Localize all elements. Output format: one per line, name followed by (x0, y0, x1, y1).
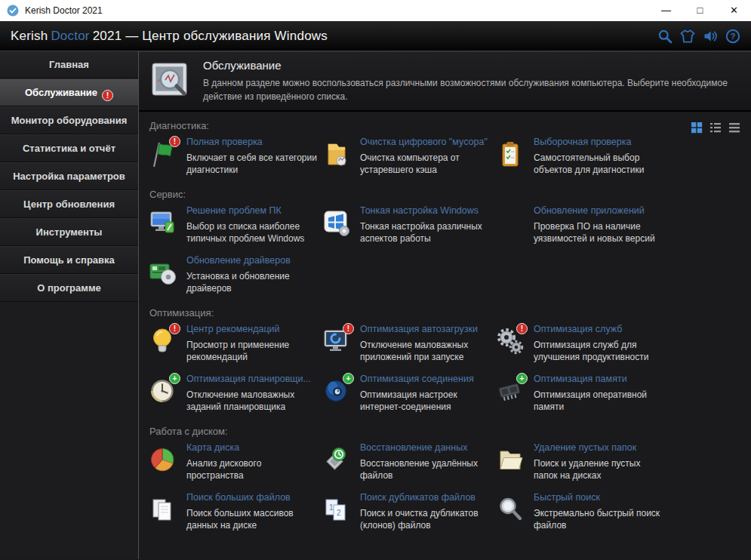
sidebar-item[interactable]: Настройка параметров (0, 162, 138, 190)
none (495, 208, 525, 238)
service-item-description: Просмотр и применение рекомендаций (186, 339, 319, 363)
service-item-text: Восстановление данныхВосстановление удал… (360, 442, 492, 488)
details-view-button[interactable] (728, 122, 740, 134)
service-item-description: Очистка компьютера от устаревшего кэша (360, 152, 492, 176)
service-item[interactable]: +Оптимизация соединенияОптимизация настр… (322, 374, 495, 419)
service-item-link[interactable]: Решение проблем ПК (186, 205, 319, 217)
alert-badge: ! (516, 323, 528, 334)
close-button[interactable]: ✕ (717, 0, 751, 21)
service-item-link[interactable]: Оптимизация памяти (534, 374, 666, 386)
sidebar-item-label: Помощь и справка (23, 254, 115, 266)
sidebar-item[interactable]: Обслуживание! (0, 78, 138, 106)
service-item[interactable]: 12Поиск дубликатов файловПоиск и очистка… (322, 492, 495, 537)
help-icon[interactable]: ? (725, 29, 740, 44)
service-item[interactable]: !Центр рекомендацийПросмотр и применение… (148, 324, 322, 369)
service-item[interactable]: Удаление пустых папокПоиск и удаление пу… (495, 442, 669, 488)
svg-text:?: ? (731, 32, 736, 41)
sidebar-item[interactable]: Главная (0, 51, 138, 78)
service-item[interactable]: Обновление драйверовУстановка и обновлен… (148, 255, 322, 300)
service-item-link[interactable]: Поиск больших файлов (186, 492, 319, 504)
sound-icon[interactable] (703, 29, 718, 44)
service-item[interactable]: Тонкая настройка WindowsТонкая настройка… (322, 205, 495, 251)
service-item-link[interactable]: Быстрый поиск (534, 492, 666, 504)
page-header-text: Обслуживание В данном разделе можно восп… (203, 59, 739, 103)
service-item-text: Поиск дубликатов файловПоиск и очистка д… (360, 492, 492, 537)
service-item[interactable]: Восстановление данныхВосстановление удал… (322, 442, 495, 488)
service-item-link[interactable]: Удаление пустых папок (534, 442, 666, 454)
service-item[interactable]: !Оптимизация автозагрузкиОтключение мало… (322, 324, 495, 369)
duplicates-icon: 12 (322, 494, 352, 525)
section-label: Работа с диском: (149, 426, 742, 437)
sidebar-item[interactable]: Инструменты (0, 218, 138, 246)
service-item-description: Выбор из списка наиболее типичных пробле… (186, 220, 319, 245)
svg-text:1: 1 (329, 503, 334, 512)
page-title: Обслуживание (203, 59, 739, 72)
page-header: Обслуживание В данном разделе можно восп… (139, 51, 751, 112)
section-label: Сервис: (149, 189, 742, 200)
minimize-button[interactable]: — (649, 0, 683, 21)
list-view-button[interactable] (709, 122, 722, 134)
service-item[interactable]: Карта дискаАнализ дискового пространства (148, 442, 322, 488)
brand-primary: Kerish (11, 29, 48, 43)
service-item-link[interactable]: Восстановление данных (360, 442, 492, 454)
gears-icon: ! (495, 326, 525, 356)
service-item-link[interactable]: Оптимизация служб (534, 324, 666, 336)
service-item[interactable]: Очистка цифрового "мусора"Очистка компью… (322, 137, 495, 182)
service-item-link[interactable]: Обновление приложений (534, 205, 666, 217)
service-item-link[interactable]: Центр рекомендаций (186, 324, 319, 336)
service-item-text: Поиск больших файловПоиск больших массив… (186, 492, 319, 537)
windows-tweak-icon (322, 208, 352, 238)
service-item[interactable]: +Оптимизация памятиОптимизация оперативн… (495, 374, 669, 419)
service-item-link[interactable]: Оптимизация автозагрузки (360, 324, 492, 336)
maximize-button[interactable]: □ (683, 0, 717, 21)
section-label: Оптимизация: (149, 307, 742, 318)
section-grid: Решение проблем ПКВыбор из списка наибол… (148, 205, 742, 300)
service-item[interactable]: Обновление приложенийПроверка ПО на нали… (495, 205, 669, 251)
grid-view-button[interactable] (691, 122, 703, 134)
service-item-text: Обновление приложенийПроверка ПО на нали… (534, 205, 666, 251)
sidebar-item-label: Инструменты (36, 226, 103, 238)
sidebar-item[interactable]: Центр обновления (0, 190, 138, 218)
window-title: Kerish Doctor 2021 (25, 5, 103, 16)
sidebar-item-label: Монитор оборудования (11, 115, 128, 126)
service-item-text: Очистка цифрового "мусора"Очистка компью… (360, 137, 492, 182)
sidebar-item[interactable]: Статистика и отчёт (0, 134, 138, 162)
sidebar-item[interactable]: Монитор оборудования (0, 106, 138, 134)
memory-icon: + (495, 376, 525, 406)
section-grid: Карта дискаАнализ дискового пространства… (148, 442, 742, 537)
service-item[interactable]: +Оптимизация планировщи...Отключение мал… (148, 374, 322, 419)
service-item-link[interactable]: Выборочная проверка (534, 137, 666, 149)
service-item[interactable]: Быстрый поискЭкстремально быстрый поиск … (495, 492, 669, 537)
service-item-link[interactable]: Карта диска (186, 442, 319, 454)
sidebar-item[interactable]: О программе (0, 274, 138, 302)
service-item[interactable]: !Оптимизация службОптимизация служб для … (495, 324, 669, 369)
service-item-description: Отключение маловажных заданий планировщи… (186, 389, 319, 413)
service-item[interactable]: !Полная проверкаВключает в себя все кате… (148, 137, 322, 182)
service-item-link[interactable]: Обновление драйверов (186, 255, 319, 267)
service-item-description: Включает в себя все категории диагностик… (186, 152, 319, 176)
sidebar-item-label: О программе (37, 282, 101, 294)
service-item-link[interactable]: Полная проверка (186, 137, 319, 149)
service-item[interactable]: Выборочная проверкаСамостоятельный выбор… (495, 137, 669, 182)
service-item-text: Оптимизация службОптимизация служб для у… (534, 324, 666, 369)
content-area: Обслуживание В данном разделе можно восп… (139, 51, 751, 559)
sidebar-item[interactable]: Помощь и справка (0, 246, 138, 274)
service-item-link[interactable]: Оптимизация соединения (360, 374, 492, 386)
service-item-description: Самостоятельный выбор объектов для диагн… (534, 152, 666, 176)
service-item-link[interactable]: Очистка цифрового "мусора" (360, 137, 492, 149)
search-icon[interactable] (657, 29, 673, 44)
service-item-link[interactable]: Поиск дубликатов файлов (360, 492, 492, 504)
service-item-link[interactable]: Тонкая настройка Windows (360, 205, 492, 217)
view-toggles (691, 122, 740, 134)
service-item[interactable]: Поиск больших файловПоиск больших массив… (148, 492, 322, 537)
service-item-description: Поиск и удаление пустых папок на дисках (534, 457, 666, 482)
service-item-description: Проверка ПО на наличие уязвимостей и нов… (534, 220, 666, 245)
service-item[interactable]: Решение проблем ПКВыбор из списка наибол… (148, 205, 322, 251)
service-item-text: Тонкая настройка WindowsТонкая настройка… (360, 205, 492, 251)
documents-icon (148, 494, 178, 525)
service-item-link[interactable]: Оптимизация планировщи... (186, 374, 319, 386)
service-item-description: Анализ дискового пространства (186, 457, 319, 482)
service-item-text: Оптимизация автозагрузкиОтключение малов… (360, 324, 492, 369)
skin-icon[interactable] (680, 29, 695, 44)
svg-text:2: 2 (337, 509, 341, 517)
